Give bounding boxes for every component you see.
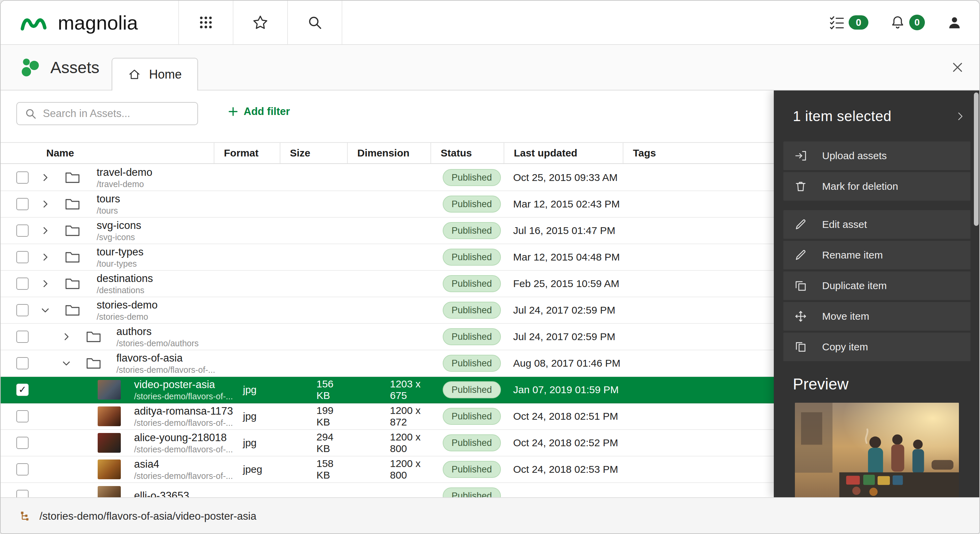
search-input[interactable]	[43, 108, 190, 120]
row-status: Published	[431, 244, 504, 270]
row-checkbox[interactable]: ✓	[16, 384, 29, 396]
column-header-name[interactable]: Name	[1, 143, 215, 163]
chevron-down-icon[interactable]	[40, 305, 50, 315]
topbar-right-cluster: 0 0	[829, 1, 979, 44]
row-checkbox[interactable]	[16, 490, 29, 497]
item-path: /destinations	[97, 286, 153, 295]
folder-icon	[86, 330, 102, 343]
tasks-button[interactable]: 0	[829, 15, 869, 30]
row-status: Published	[431, 377, 504, 403]
row-last-updated: Jul 24, 2017 02:59 PM	[504, 324, 624, 350]
item-name: asia4	[134, 458, 233, 470]
status-badge: Published	[443, 169, 501, 186]
status-badge: Published	[443, 355, 501, 372]
row-checkbox[interactable]	[16, 278, 29, 290]
column-header-status[interactable]: Status	[431, 143, 504, 163]
folder-icon	[65, 277, 80, 290]
app-bar: Assets Home	[1, 45, 979, 91]
add-filter-label: Add filter	[243, 105, 290, 118]
row-size	[280, 165, 348, 191]
chevron-down-icon[interactable]	[61, 358, 72, 368]
row-format	[215, 271, 280, 297]
notifications-button[interactable]: 0	[890, 14, 925, 30]
app-launcher-button[interactable]	[179, 1, 234, 44]
action-panel: 1 item selected Upload assetsMark for de…	[774, 91, 979, 497]
row-size: 199 KB	[280, 404, 348, 429]
asset-thumbnail	[98, 433, 121, 453]
column-header-format[interactable]: Format	[215, 143, 280, 163]
close-icon	[951, 60, 964, 74]
action-edit-asset-button[interactable]: Edit asset	[783, 210, 970, 239]
row-title-block: asia4/stories-demo/flavors-of-...	[134, 458, 233, 481]
favorites-button[interactable]	[234, 1, 288, 44]
action-rename-item-button[interactable]: Rename item	[783, 241, 970, 269]
row-last-updated: Aug 08, 2017 01:46 PM	[504, 350, 624, 376]
action-label: Duplicate item	[822, 280, 887, 291]
action-upload-assets-button[interactable]: Upload assets	[783, 141, 970, 170]
row-dimension	[348, 297, 431, 323]
row-checkbox[interactable]	[16, 410, 29, 423]
edit-icon	[794, 249, 807, 262]
item-path: /stories-demo/authors	[116, 339, 199, 348]
global-search-button[interactable]	[288, 1, 342, 44]
user-menu-button[interactable]	[947, 14, 962, 30]
row-size	[280, 244, 348, 270]
row-dimension	[348, 324, 431, 350]
check-icon: ✓	[18, 385, 26, 394]
duplicate-icon	[794, 279, 807, 292]
row-name-cell: tour-types/tour-types	[1, 244, 215, 270]
apps-grid-icon	[198, 14, 214, 30]
close-app-button[interactable]	[951, 60, 964, 74]
top-bar: magnolia	[1, 1, 979, 45]
action-duplicate-item-button[interactable]: Duplicate item	[783, 272, 970, 300]
folder-icon	[86, 357, 102, 370]
add-filter-button[interactable]: Add filter	[227, 105, 290, 118]
action-move-item-button[interactable]: Move item	[783, 302, 970, 331]
status-badge: Published	[443, 381, 501, 398]
column-header-dimension[interactable]: Dimension	[348, 143, 431, 163]
row-checkbox[interactable]	[16, 463, 29, 475]
row-status: Published	[431, 350, 504, 376]
notifications-count-badge: 0	[909, 14, 925, 30]
row-name-cell: tours/tours	[1, 191, 215, 217]
row-dimension	[348, 244, 431, 270]
row-status: Published	[431, 483, 504, 497]
column-header-last-updated[interactable]: Last updated	[504, 143, 624, 163]
row-checkbox[interactable]	[16, 357, 29, 369]
row-format	[215, 297, 280, 323]
row-name-cell: alice-young-218018/stories-demo/flavors-…	[1, 430, 215, 456]
tree-path-icon	[20, 511, 30, 522]
row-dimension	[348, 483, 431, 497]
row-title-block: stories-demo/stories-demo	[97, 299, 158, 321]
action-mark-for-deletion-button[interactable]: Mark for deletion	[783, 172, 970, 201]
row-checkbox[interactable]	[16, 172, 29, 184]
action-button-list: Upload assetsMark for deletionEdit asset…	[774, 141, 979, 361]
chevron-right-icon[interactable]	[40, 226, 50, 236]
row-name-cell: elli-o-33653	[1, 483, 215, 497]
tab-home[interactable]: Home	[111, 58, 198, 91]
chevron-right-icon[interactable]	[40, 172, 50, 183]
row-checkbox[interactable]	[16, 224, 29, 237]
item-name: flavors-of-asia	[116, 352, 215, 364]
chevron-right-icon[interactable]	[61, 332, 72, 342]
column-header-size[interactable]: Size	[280, 143, 348, 163]
row-size: 158 KB	[280, 456, 348, 482]
row-status: Published	[431, 297, 504, 323]
row-title-block: svg-icons/svg-icons	[97, 219, 141, 242]
row-checkbox[interactable]	[16, 304, 29, 316]
row-status: Published	[431, 404, 504, 429]
chevron-right-icon[interactable]	[40, 252, 50, 262]
chevron-right-icon[interactable]	[40, 278, 50, 289]
row-format	[215, 244, 280, 270]
row-format	[215, 191, 280, 217]
action-copy-item-button[interactable]: Copy item	[783, 333, 970, 361]
collapse-panel-button[interactable]	[955, 111, 965, 121]
row-checkbox[interactable]	[16, 331, 29, 343]
row-checkbox[interactable]	[16, 251, 29, 263]
row-title-block: destinations/destinations	[97, 272, 153, 295]
row-checkbox[interactable]	[16, 437, 29, 449]
action-label: Rename item	[822, 249, 883, 261]
scrollbar-thumb[interactable]	[974, 92, 978, 226]
row-checkbox[interactable]	[16, 198, 29, 210]
chevron-right-icon[interactable]	[40, 199, 50, 209]
